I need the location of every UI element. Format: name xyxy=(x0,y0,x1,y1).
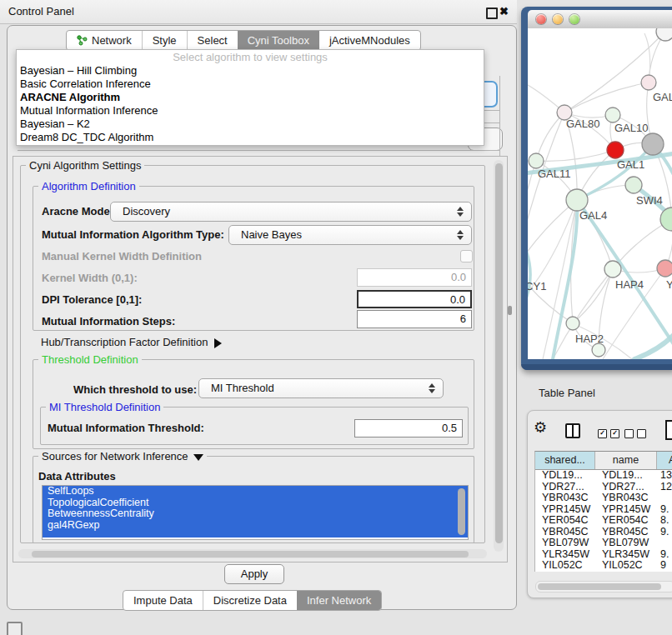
page-icon[interactable] xyxy=(665,420,672,440)
dpi-tolerance-label: DPI Tolerance [0,1]: xyxy=(42,293,142,306)
node-table: shared...nameA YDL19...YDL19...13YDR27..… xyxy=(534,451,672,572)
node-HAP4[interactable] xyxy=(604,261,621,278)
mi-threshold-group: MI Threshold Definition Mutual Informati… xyxy=(40,407,469,445)
table-row[interactable]: YBR043CYBR043C xyxy=(535,492,672,504)
tab-label: Cyni Toolbox xyxy=(248,34,309,47)
sources-expander[interactable]: Sources for Network Inference xyxy=(38,450,207,462)
node-gal-partial[interactable] xyxy=(641,75,656,90)
tab-select[interactable]: Select xyxy=(187,31,238,50)
tab-style[interactable]: Style xyxy=(142,31,187,50)
unchecked-checkbox-icon[interactable] xyxy=(624,429,634,438)
unchecked-checkbox-icon[interactable] xyxy=(637,429,646,438)
table-row[interactable]: YDL19...YDL19...13 xyxy=(535,470,672,482)
which-threshold-select[interactable]: MI Threshold xyxy=(198,378,444,398)
close-icon[interactable]: ✖ xyxy=(499,5,509,18)
chevron-updown-icon xyxy=(457,207,464,217)
network-edge xyxy=(543,200,577,359)
vertical-scrollbar[interactable] xyxy=(494,160,504,552)
network-canvas[interactable]: GALGAL80GAL10GAL1GAL11GAL4SWI4HAP4YGCY1H… xyxy=(528,28,672,359)
column-header-a[interactable]: A xyxy=(657,452,672,469)
collapsed-panel-icon[interactable] xyxy=(7,622,23,635)
tab-impute-data[interactable]: Impute Data xyxy=(123,591,203,610)
splitter-grip[interactable] xyxy=(508,306,512,315)
tab-discretize-data[interactable]: Discretize Data xyxy=(203,591,297,610)
checked-checkbox-icon[interactable]: ✓ xyxy=(610,429,619,438)
attribute-item-topologicalcoefficient[interactable]: TopologicalCoefficient xyxy=(43,498,468,509)
cyni-algorithm-settings-group: Cyni Algorithm Settings Algorithm Defini… xyxy=(20,165,485,543)
dropdown-placeholder: Select algorithm to view settings xyxy=(17,50,484,64)
table-horizontal-scrollbar[interactable] xyxy=(535,581,672,592)
kernel-width-field[interactable]: 0.0 xyxy=(357,268,472,287)
attribute-item-selfloops[interactable]: SelfLoops xyxy=(43,486,468,498)
gear-icon[interactable]: ⚙ xyxy=(534,420,547,435)
attribute-item-partial[interactable] xyxy=(43,531,468,538)
algorithm-option-basic-correlation-inference[interactable]: Basic Correlation Inference xyxy=(17,78,484,91)
node-big-green[interactable] xyxy=(660,208,672,231)
close-traffic-light-icon[interactable] xyxy=(536,14,546,24)
tab-label: Select xyxy=(198,34,228,47)
mi-steps-label: Mutual Information Steps: xyxy=(42,315,175,328)
table-cell: YBR045C xyxy=(595,527,657,538)
data-attributes-list: SelfLoopsTopologicalCoefficientBetweenne… xyxy=(42,485,469,540)
checked-checkbox-icon[interactable]: ✓ xyxy=(598,429,607,438)
tab-jactivemnodules[interactable]: jActiveMNodules xyxy=(319,31,420,50)
column-header-name[interactable]: name xyxy=(595,452,657,469)
zoom-traffic-light-icon[interactable] xyxy=(569,14,579,24)
chevron-updown-icon xyxy=(429,383,435,393)
attribute-item-gal4rgexp[interactable]: gal4RGexp xyxy=(43,520,468,532)
tab-label: Infer Network xyxy=(307,594,371,607)
tab-label: Network xyxy=(92,34,132,47)
tab-cyni-toolbox[interactable]: Cyni Toolbox xyxy=(238,31,319,50)
node-SWI4[interactable] xyxy=(625,177,642,193)
mi-threshold-field[interactable]: 0.5 xyxy=(354,419,463,438)
node-GAL10[interactable] xyxy=(605,108,620,122)
node-gray[interactable] xyxy=(642,133,664,155)
manual-kernel-checkbox[interactable] xyxy=(460,250,473,262)
split-column-icon[interactable] xyxy=(565,423,580,438)
table-row[interactable]: YIL052CYIL052C9 xyxy=(535,560,672,572)
node-GAL4[interactable] xyxy=(566,189,588,211)
tab-infer-network[interactable]: Infer Network xyxy=(297,591,381,610)
mi-type-select[interactable]: Naive Bayes xyxy=(228,225,472,245)
node-GAL11[interactable] xyxy=(529,153,544,168)
network-window-titlebar[interactable] xyxy=(528,10,672,28)
table-row[interactable]: YER054CYER054C8. xyxy=(535,515,672,527)
table-header-row: shared...nameA xyxy=(535,452,672,470)
table-panel-window: ⚙ ✓ ✓ shared...nameA YDL19...YDL19...13Y… xyxy=(527,410,672,598)
hub-definition-expander[interactable]: Hub/Transcription Factor Definition xyxy=(41,336,222,348)
aracne-mode-select[interactable]: Discovery xyxy=(110,202,472,222)
horizontal-scrollbar[interactable] xyxy=(18,549,487,558)
window-frame-edge xyxy=(521,364,672,370)
list-scrollbar[interactable] xyxy=(458,488,465,535)
settings-scrollpane: Cyni Algorithm Settings Algorithm Defini… xyxy=(13,156,508,562)
table-row[interactable]: YBL079WYBL079W xyxy=(535,538,672,549)
node-HAP2[interactable] xyxy=(566,317,579,330)
table-row[interactable]: YPR145WYPR145W9. xyxy=(535,504,672,516)
table-row[interactable]: YLR345WYLR345W9. xyxy=(535,549,672,561)
algorithm-option-bayesian-k2[interactable]: Bayesian – K2 xyxy=(17,118,484,131)
data-attributes-label: Data Attributes xyxy=(38,470,116,482)
float-window-icon[interactable] xyxy=(486,8,498,19)
algorithm-option-dream8-dc-tdc-algorithm[interactable]: Dream8 DC_TDC Algorithm xyxy=(17,131,484,144)
group-title: Threshold Definition xyxy=(38,353,142,366)
attribute-item-betweennesscentrality[interactable]: BetweennessCentrality xyxy=(43,508,468,520)
table-cell: YIL052C xyxy=(595,560,657,572)
collapse-arrow-icon xyxy=(193,454,203,461)
table-row[interactable]: YBR045CYBR045C9. xyxy=(535,527,672,538)
node-GAL10-label: GAL10 xyxy=(614,122,648,134)
node-GAL1[interactable] xyxy=(607,142,624,158)
apply-button[interactable]: Apply xyxy=(224,564,284,584)
tab-network[interactable]: Network xyxy=(67,31,142,50)
dpi-tolerance-field[interactable]: 0.0 xyxy=(357,290,472,308)
node-Y-partial[interactable] xyxy=(657,260,672,277)
algorithm-option-mutual-information-inference[interactable]: Mutual Information Inference xyxy=(17,104,484,118)
mi-steps-field[interactable]: 6 xyxy=(357,310,472,328)
table-row[interactable]: YDR27...YDR27...12 xyxy=(535,482,672,493)
column-header-shared-[interactable]: shared... xyxy=(535,452,595,469)
minimize-traffic-light-icon[interactable] xyxy=(553,14,563,24)
algorithm-option-aracne-algorithm[interactable]: ARACNE Algorithm xyxy=(17,91,484,104)
node-GAL1-label: GAL1 xyxy=(617,158,644,171)
table-cell: YDR27... xyxy=(535,482,595,493)
algorithm-option-bayesian-hill-climbing[interactable]: Bayesian – Hill Climbing xyxy=(17,64,484,78)
node-partial-bottom[interactable] xyxy=(592,343,605,357)
